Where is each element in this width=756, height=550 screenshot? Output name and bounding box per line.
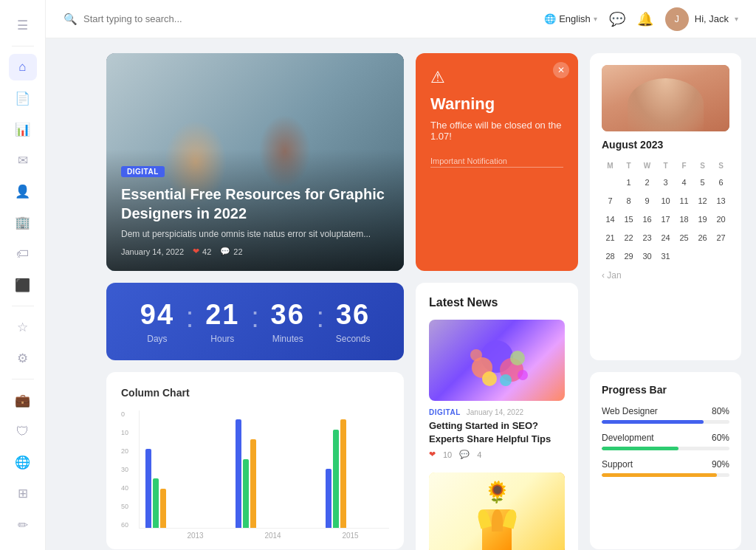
- cal-day-empty-2: [676, 247, 693, 264]
- news-item-1-comments: 4: [477, 450, 481, 459]
- news-item-2: 🌻 DIGITAL January 14, 2022 Inspiring Des…: [429, 472, 565, 550]
- countdown-sep-1: :: [186, 302, 194, 341]
- cal-day-25[interactable]: 25: [676, 229, 693, 246]
- cal-day-29[interactable]: 29: [620, 247, 637, 264]
- cal-day-8[interactable]: 8: [620, 192, 637, 209]
- cal-day-17[interactable]: 17: [657, 210, 674, 227]
- news-item-1-likes: 10: [443, 450, 452, 459]
- chat-icon[interactable]: 💬: [609, 11, 625, 27]
- sidebar-item-user[interactable]: 👤: [9, 179, 37, 205]
- avatar: J: [665, 7, 689, 31]
- cal-day-14[interactable]: 14: [602, 210, 619, 227]
- cal-day-26[interactable]: 26: [694, 229, 711, 246]
- bar-2015-data1: [326, 469, 331, 528]
- search-container: 🔍: [63, 13, 535, 26]
- warning-close-button[interactable]: ✕: [553, 62, 569, 78]
- bar-group-2013: [145, 449, 204, 528]
- sidebar-divider-2: [12, 306, 34, 306]
- countdown-sep-2: :: [251, 302, 259, 341]
- cal-day-13[interactable]: 13: [712, 192, 729, 209]
- cal-header-T2: T: [657, 159, 674, 172]
- cal-day-18[interactable]: 18: [676, 210, 693, 227]
- chart-label-2013: 2013: [157, 529, 234, 540]
- chart-title: Column Chart: [121, 387, 389, 399]
- sidebar-item-home[interactable]: ⌂: [9, 54, 37, 80]
- sidebar-item-edit[interactable]: ✏: [9, 512, 37, 538]
- cal-header-S1: S: [694, 159, 711, 172]
- sidebar-divider-3: [12, 379, 34, 379]
- cal-day-3[interactable]: 3: [657, 173, 674, 190]
- cal-day-9[interactable]: 9: [639, 192, 656, 209]
- flag-icon: 🌐: [544, 13, 556, 24]
- cal-day-19[interactable]: 19: [694, 210, 711, 227]
- cal-day-24[interactable]: 24: [657, 229, 674, 246]
- cal-day-12[interactable]: 12: [694, 192, 711, 209]
- cal-day-7[interactable]: 7: [602, 192, 619, 209]
- cal-day-2[interactable]: 2: [639, 173, 656, 190]
- sidebar-item-chart[interactable]: 📊: [9, 116, 37, 142]
- chart-y-labels: 60 50 40 30 20 10 0: [121, 410, 139, 529]
- hero-date: January 14, 2022: [121, 247, 184, 256]
- sidebar-item-shield[interactable]: 🛡: [9, 419, 37, 445]
- news-panel: Latest News DIGITAL January 14, 2022: [416, 283, 578, 550]
- cal-day-28[interactable]: 28: [602, 247, 619, 264]
- countdown-seconds-label: Seconds: [324, 334, 382, 344]
- chart-label-2015: 2015: [312, 529, 389, 540]
- progress-label-support: Support 90%: [602, 459, 729, 470]
- bar-2013-data2: [153, 478, 159, 528]
- cal-day-31[interactable]: 31: [657, 247, 674, 264]
- cal-header-S2: S: [712, 159, 729, 172]
- hero-excerpt: Dem ut perspiciatis unde omnis iste natu…: [121, 229, 389, 239]
- svg-point-7: [518, 370, 528, 380]
- notification-bell-icon[interactable]: 🔔: [637, 11, 653, 27]
- countdown-days-value: 94: [128, 299, 186, 331]
- warning-link[interactable]: Important Notification: [430, 157, 563, 168]
- sidebar-item-briefcase[interactable]: 💼: [9, 387, 37, 413]
- cal-day-30[interactable]: 30: [639, 247, 656, 264]
- heart-icon: ❤: [193, 247, 199, 256]
- sidebar-menu-icon[interactable]: ☰: [9, 12, 37, 38]
- countdown-minutes-label: Minutes: [259, 334, 317, 344]
- sidebar-item-globe[interactable]: 🌐: [9, 450, 37, 476]
- cal-day-4[interactable]: 4: [676, 173, 693, 190]
- sidebar-item-plugin[interactable]: ⚙: [9, 345, 37, 371]
- sidebar-item-document[interactable]: 📄: [9, 85, 37, 111]
- sidebar-item-star[interactable]: ☆: [9, 314, 37, 340]
- cal-day-20[interactable]: 20: [712, 210, 729, 227]
- cal-day-1[interactable]: 1: [620, 173, 637, 190]
- sidebar-item-grid[interactable]: ⊞: [9, 481, 37, 507]
- countdown-seconds: 36 Seconds: [324, 299, 382, 344]
- bar-2013-data3: [160, 489, 166, 528]
- countdown-minutes: 36 Minutes: [259, 299, 317, 344]
- sidebar-item-tag[interactable]: 🏷: [9, 241, 37, 267]
- search-input[interactable]: [83, 13, 535, 24]
- sidebar-item-mail[interactable]: ✉: [9, 148, 37, 174]
- user-avatar-wrap[interactable]: J Hi, Jack ▾: [665, 7, 738, 31]
- progress-bar-dev: [602, 447, 729, 450]
- calendar-month: August 2023: [602, 139, 663, 151]
- cal-day-11[interactable]: 11: [676, 192, 693, 209]
- cal-day-5[interactable]: 5: [694, 173, 711, 190]
- cal-day-6[interactable]: 6: [712, 173, 729, 190]
- countdown-sep-3: :: [317, 302, 325, 341]
- cal-day-21[interactable]: 21: [602, 229, 619, 246]
- language-selector[interactable]: 🌐 English ▾: [544, 13, 597, 24]
- cal-day-22[interactable]: 22: [620, 229, 637, 246]
- countdown-hours-label: Hours: [193, 334, 251, 344]
- calendar-prev-button[interactable]: ‹ Jan: [602, 270, 622, 281]
- countdown-days-label: Days: [128, 334, 186, 344]
- cal-day-23[interactable]: 23: [639, 229, 656, 246]
- sidebar-item-building[interactable]: 🏢: [9, 210, 37, 236]
- progress-bar-web: [602, 420, 729, 424]
- warning-triangle-icon: ⚠: [430, 68, 563, 87]
- sidebar-item-layers[interactable]: ⬛: [9, 272, 37, 298]
- svg-point-4: [500, 374, 512, 386]
- chart-area: 60 50 40 30 20 10 0: [121, 410, 389, 529]
- cal-day-15[interactable]: 15: [620, 210, 637, 227]
- cal-day-16[interactable]: 16: [639, 210, 656, 227]
- warning-text: The office will be closed on the 1.07!: [430, 120, 563, 142]
- progress-card: Progress Bar Web Designer 80% Developmen…: [590, 372, 741, 549]
- cal-day-27[interactable]: 27: [712, 229, 729, 246]
- cal-day-10[interactable]: 10: [657, 192, 674, 209]
- svg-point-5: [510, 351, 525, 365]
